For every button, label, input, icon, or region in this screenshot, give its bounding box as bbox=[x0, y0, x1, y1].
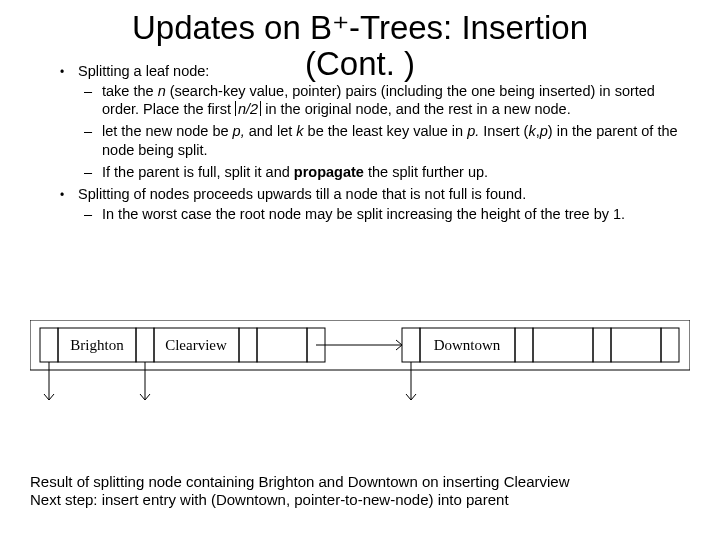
caption-line1: Result of splitting node containing Brig… bbox=[30, 473, 680, 492]
svg-rect-16 bbox=[611, 328, 661, 362]
svg-rect-15 bbox=[593, 328, 611, 362]
dash-icon bbox=[84, 122, 102, 158]
dash-icon bbox=[84, 163, 102, 181]
dash-icon bbox=[84, 82, 102, 118]
sub-1a-text: take the n (search-key value, pointer) p… bbox=[102, 82, 680, 118]
bullet-2: Splitting of nodes proceeds upwards till… bbox=[60, 185, 680, 203]
bullet-dot-icon bbox=[60, 62, 78, 80]
slide-body: Splitting a leaf node: take the n (searc… bbox=[60, 62, 680, 227]
svg-rect-11 bbox=[402, 328, 420, 362]
svg-rect-17 bbox=[661, 328, 679, 362]
ceil-left-icon bbox=[235, 101, 236, 116]
bullet-1: Splitting a leaf node: bbox=[60, 62, 680, 80]
cell-clearview: Clearview bbox=[165, 337, 227, 353]
bullet-1-text: Splitting a leaf node: bbox=[78, 62, 680, 80]
btree-svg: Brighton Clearview Downtown bbox=[30, 320, 690, 410]
svg-rect-5 bbox=[239, 328, 257, 362]
svg-rect-13 bbox=[515, 328, 533, 362]
title-line1: Updates on B⁺-Trees: Insertion bbox=[132, 9, 588, 46]
caption: Result of splitting node containing Brig… bbox=[30, 473, 680, 511]
cell-downtown: Downtown bbox=[434, 337, 501, 353]
dash-icon bbox=[84, 205, 102, 223]
btree-diagram: Brighton Clearview Downtown bbox=[30, 320, 690, 410]
sub-1b-text: let the new node be p, and let k be the … bbox=[102, 122, 680, 158]
sub-1a: take the n (search-key value, pointer) p… bbox=[84, 82, 680, 118]
sub-2a: In the worst case the root node may be s… bbox=[84, 205, 680, 223]
right-node: Downtown bbox=[402, 328, 679, 400]
cell-brighton: Brighton bbox=[70, 337, 124, 353]
bullet-dot-icon bbox=[60, 185, 78, 203]
sub-1c: If the parent is full, split it and prop… bbox=[84, 163, 680, 181]
svg-rect-14 bbox=[533, 328, 593, 362]
sub-1b: let the new node be p, and let k be the … bbox=[84, 122, 680, 158]
left-node: Brighton Clearview bbox=[40, 328, 402, 400]
caption-line2: Next step: insert entry with (Downtown, … bbox=[30, 491, 680, 510]
bullet-2-text: Splitting of nodes proceeds upwards till… bbox=[78, 185, 680, 203]
svg-rect-6 bbox=[257, 328, 307, 362]
sub-2a-text: In the worst case the root node may be s… bbox=[102, 205, 680, 223]
svg-rect-3 bbox=[136, 328, 154, 362]
svg-rect-1 bbox=[40, 328, 58, 362]
sub-1c-text: If the parent is full, split it and prop… bbox=[102, 163, 680, 181]
